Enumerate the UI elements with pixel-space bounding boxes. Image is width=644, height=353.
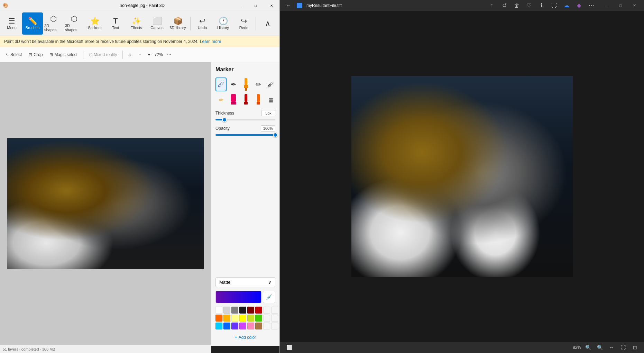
brush-red-marker[interactable] bbox=[240, 93, 251, 107]
photo-titlebar: ← myResultantFile.tiff ↑ ↺ 🗑 ♡ ℹ ⛶ ☁ ◆ ⋯… bbox=[280, 0, 644, 11]
color-violet[interactable] bbox=[239, 323, 246, 329]
shape-tool-button[interactable]: ◇ bbox=[126, 51, 134, 58]
toolbar-2dshapes[interactable]: ⬡ 2D shapes bbox=[43, 12, 64, 35]
photo-more-button[interactable]: ⋯ bbox=[586, 0, 597, 11]
canvas-image[interactable] bbox=[7, 138, 204, 269]
toolbar-stickers[interactable]: ⭐ Stickers bbox=[84, 12, 105, 35]
paint3d-app-icon: 🎨 bbox=[3, 3, 8, 8]
color-black[interactable] bbox=[239, 307, 246, 314]
color-white[interactable] bbox=[215, 307, 222, 314]
color-orange[interactable] bbox=[215, 315, 222, 322]
toolbar-3dlibrary[interactable]: 📦 3D library bbox=[167, 12, 188, 35]
toolbar-text[interactable]: T Text bbox=[105, 12, 126, 35]
eyedropper-button[interactable]: 💉 bbox=[263, 291, 275, 303]
brush-eraser[interactable] bbox=[228, 93, 239, 107]
toolbar-canvas[interactable]: ⬜ Canvas bbox=[147, 12, 167, 35]
photo-fullscreen-button[interactable]: ⛶ bbox=[618, 343, 628, 352]
photo-zoom-out-button[interactable]: 🔍 bbox=[583, 343, 593, 352]
maximize-button[interactable]: □ bbox=[248, 0, 264, 11]
opacity-thumb[interactable] bbox=[273, 133, 278, 137]
photo-delete-button[interactable]: 🗑 bbox=[511, 0, 522, 11]
status-text: 51 layers · completed · 366 MB bbox=[3, 347, 55, 351]
color-brown[interactable] bbox=[255, 323, 262, 329]
photo-rotate-button[interactable]: ↺ bbox=[499, 0, 510, 11]
toolbar-history[interactable]: 🕐 History bbox=[213, 12, 233, 35]
opacity-track[interactable] bbox=[215, 134, 275, 136]
brush-grid: 🖊 ✒ ✏ 🖋 ✏ bbox=[215, 78, 275, 107]
photo-back-button[interactable]: ← bbox=[283, 0, 294, 11]
brush-calligraphy[interactable]: ✒ bbox=[228, 78, 239, 91]
eyedropper-icon: 💉 bbox=[266, 294, 273, 300]
photo-zoom-in-button[interactable]: 🔍 bbox=[595, 343, 605, 352]
toolbar-redo[interactable]: ↪ Redo bbox=[233, 12, 254, 35]
toolbar-collapse[interactable]: ∧ bbox=[257, 12, 278, 35]
color-blue[interactable] bbox=[223, 323, 230, 329]
color-purple[interactable] bbox=[231, 323, 238, 329]
photo-canvas[interactable] bbox=[280, 11, 644, 342]
sec-toolbar-divider bbox=[83, 51, 83, 59]
brush-orange-marker[interactable] bbox=[253, 93, 264, 107]
photo-info-button[interactable]: ℹ bbox=[536, 0, 547, 11]
toolbar-3dshapes[interactable]: ⬡ 3D shapes bbox=[64, 12, 84, 35]
minimize-button[interactable]: — bbox=[232, 0, 248, 11]
mixed-reality-button[interactable]: ⬡ Mixed reality bbox=[86, 51, 120, 58]
brush-texture[interactable]: ▦ bbox=[265, 93, 276, 107]
color-cyan[interactable] bbox=[215, 323, 222, 329]
toolbar-brushes[interactable]: ✏️ Brushes bbox=[22, 12, 43, 35]
zoom-out-button[interactable]: − bbox=[136, 51, 144, 58]
brush-pencil[interactable]: ✏ bbox=[253, 78, 264, 91]
color-light-yellow[interactable] bbox=[231, 315, 238, 322]
color-amber[interactable] bbox=[223, 315, 230, 322]
toolbar-undo[interactable]: ↩ Undo bbox=[192, 12, 213, 35]
add-color-label: Add color bbox=[239, 335, 256, 340]
svg-rect-0 bbox=[245, 78, 247, 85]
more-options-icon: ⋯ bbox=[167, 52, 171, 57]
photo-status-display-button[interactable]: ⬜ bbox=[284, 343, 294, 352]
canvas-wrapper[interactable] bbox=[0, 62, 211, 345]
more-options-button[interactable]: ⋯ bbox=[164, 51, 174, 58]
color-green[interactable] bbox=[255, 315, 262, 322]
magic-select-button[interactable]: ⊞ Magic select bbox=[47, 51, 80, 58]
thickness-thumb[interactable] bbox=[222, 117, 227, 122]
close-button[interactable]: ✕ bbox=[264, 0, 279, 11]
zoom-in-button[interactable]: + bbox=[145, 51, 153, 58]
add-color-button[interactable]: + Add color bbox=[215, 333, 275, 342]
photo-gem-button[interactable]: ◆ bbox=[573, 0, 585, 11]
photo-maximize-button[interactable]: □ bbox=[614, 0, 627, 11]
photo-share-button[interactable]: ↑ bbox=[486, 0, 497, 11]
toolbar-effects[interactable]: ✨ Effects bbox=[126, 12, 147, 35]
toolbar-divider bbox=[190, 17, 191, 30]
crop-tool-button[interactable]: ⊡ Crop bbox=[26, 51, 45, 58]
color-lime[interactable] bbox=[247, 315, 254, 322]
color-pink[interactable] bbox=[247, 323, 254, 329]
main-color-swatch[interactable] bbox=[215, 291, 261, 303]
photo-cloud-button[interactable]: ☁ bbox=[561, 0, 572, 11]
finish-dropdown[interactable]: Matte ∨ bbox=[215, 277, 275, 287]
select-tool-button[interactable]: ↖ Select bbox=[3, 51, 25, 58]
canvas-area: 51 layers · completed · 366 MB bbox=[0, 62, 211, 353]
color-gray[interactable] bbox=[231, 307, 238, 314]
brush-pen[interactable]: 🖋 bbox=[265, 78, 276, 91]
thickness-label: Thickness bbox=[215, 111, 234, 116]
menu-icon: ☰ bbox=[8, 17, 15, 25]
photo-fit-button[interactable]: ↔ bbox=[607, 343, 616, 352]
zoom-value: 72% bbox=[154, 52, 163, 57]
photo-minimize-button[interactable]: — bbox=[600, 0, 614, 11]
toolbar-menu[interactable]: ☰ Menu bbox=[1, 12, 22, 35]
zoom-in-icon: + bbox=[148, 52, 150, 57]
collapse-icon: ∧ bbox=[265, 20, 270, 27]
photo-close-button[interactable]: ✕ bbox=[627, 0, 641, 11]
learn-more-link[interactable]: Learn more bbox=[200, 39, 221, 44]
color-red[interactable] bbox=[255, 307, 262, 314]
photo-crop-button[interactable]: ⛶ bbox=[549, 0, 560, 11]
color-light-gray[interactable] bbox=[223, 307, 230, 314]
brush-marker[interactable]: 🖊 bbox=[215, 78, 227, 91]
color-yellow[interactable] bbox=[239, 315, 246, 322]
brush-watercolor[interactable]: ✏ bbox=[215, 93, 227, 107]
photo-slideshow-button[interactable]: ⊡ bbox=[630, 343, 640, 352]
brush-oil[interactable] bbox=[240, 78, 251, 91]
status-bar: 51 layers · completed · 366 MB bbox=[0, 345, 211, 353]
color-dark-red[interactable] bbox=[247, 307, 254, 314]
photo-favorite-button[interactable]: ♡ bbox=[524, 0, 535, 11]
thickness-track[interactable] bbox=[215, 119, 275, 120]
